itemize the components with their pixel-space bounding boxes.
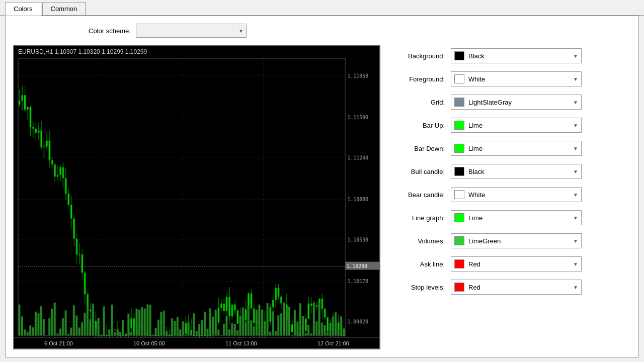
right-panel: Background:Black▼Foreground:White▼Grid:L… (390, 45, 631, 349)
color-row-grid: Grid:LightSlateGray▼ (390, 92, 631, 113)
chart-area: EURUSD,H1 1.10307 1.10320 1.10299 1.1029… (13, 45, 380, 349)
color-label-ask-line: Ask line: (390, 260, 451, 268)
color-swatch-background (454, 51, 464, 60)
color-label-line-graph: Line graph: (390, 214, 451, 222)
chart-footer-date-1: 10 Oct 05:00 (133, 340, 165, 346)
color-row-volumes: Volumes:LimeGreen▼ (390, 230, 631, 251)
color-name-background: Black (468, 52, 571, 60)
color-name-volumes: LimeGreen (468, 237, 571, 245)
color-swatch-bear-candle (454, 190, 464, 199)
color-swatch-bar-down (454, 144, 464, 153)
color-name-bear-candle: White (468, 191, 571, 199)
color-name-ask-line: Red (468, 260, 571, 268)
color-arrow-bear-candle: ▼ (573, 192, 578, 198)
chart-canvas (14, 46, 379, 348)
color-dropdown-ask-line[interactable]: Red▼ (451, 256, 582, 272)
color-name-stop-levels: Red (468, 284, 571, 291)
color-arrow-volumes: ▼ (573, 238, 578, 244)
color-arrow-grid: ▼ (573, 100, 578, 105)
color-row-bear-candle: Bear candle:White▼ (390, 184, 631, 205)
color-scheme-select-wrapper (136, 24, 247, 38)
color-arrow-line-graph: ▼ (573, 215, 578, 221)
color-dropdown-volumes[interactable]: LimeGreen▼ (451, 233, 582, 248)
color-dropdown-background[interactable]: Black▼ (451, 48, 582, 63)
color-dropdown-line-graph[interactable]: Lime▼ (451, 210, 582, 225)
color-label-volumes: Volumes: (390, 237, 451, 245)
color-name-bull-candle: Black (468, 168, 571, 175)
main-container: Colors Common Color scheme: EURUSD,H1 1.… (0, 0, 644, 362)
chart-header: EURUSD,H1 1.10307 1.10320 1.10299 1.1029… (14, 46, 151, 57)
color-row-bull-candle: Bull candle:Black▼ (390, 161, 631, 182)
color-name-bar-up: Lime (468, 122, 571, 129)
color-swatch-grid (454, 98, 464, 107)
color-dropdown-bar-up[interactable]: Lime▼ (451, 118, 582, 133)
color-dropdown-foreground[interactable]: White▼ (451, 71, 582, 86)
main-row: EURUSD,H1 1.10307 1.10320 1.10299 1.1029… (13, 45, 631, 349)
color-scheme-select[interactable] (136, 24, 247, 38)
color-row-line-graph: Line graph:Lime▼ (390, 207, 631, 228)
color-swatch-stop-levels (454, 283, 464, 292)
color-arrow-ask-line: ▼ (573, 261, 578, 267)
tab-colors[interactable]: Colors (5, 2, 41, 16)
color-arrow-bar-down: ▼ (573, 146, 578, 151)
color-scheme-label: Color scheme: (89, 27, 131, 35)
color-dropdown-bull-candle[interactable]: Black▼ (451, 164, 582, 179)
color-row-ask-line: Ask line:Red▼ (390, 253, 631, 275)
color-label-grid: Grid: (390, 99, 451, 106)
chart-footer-date-3: 12 Oct 21:00 (317, 340, 349, 346)
color-swatch-foreground (454, 74, 464, 83)
color-scheme-row: Color scheme: (89, 24, 631, 38)
color-label-bar-up: Bar Up: (390, 122, 451, 129)
color-arrow-bull-candle: ▼ (573, 169, 578, 174)
color-name-line-graph: Lime (468, 214, 571, 222)
color-label-stop-levels: Stop levels: (390, 284, 451, 291)
color-arrow-foreground: ▼ (573, 76, 578, 82)
color-arrow-bar-up: ▼ (573, 123, 578, 128)
color-label-foreground: Foreground: (390, 75, 451, 83)
color-dropdown-bear-candle[interactable]: White▼ (451, 187, 582, 202)
color-swatch-ask-line (454, 259, 464, 268)
color-swatch-line-graph (454, 213, 464, 222)
color-swatch-bar-up (454, 121, 464, 130)
color-label-bear-candle: Bear candle: (390, 191, 451, 199)
color-label-bull-candle: Bull candle: (390, 168, 451, 175)
color-row-bar-up: Bar Up:Lime▼ (390, 115, 631, 136)
color-row-foreground: Foreground:White▼ (390, 68, 631, 89)
color-swatch-volumes (454, 236, 464, 245)
color-name-grid: LightSlateGray (468, 99, 571, 106)
color-arrow-stop-levels: ▼ (573, 285, 578, 290)
tab-common[interactable]: Common (42, 2, 86, 15)
tab-bar: Colors Common (0, 0, 644, 16)
color-name-bar-down: Lime (468, 145, 571, 152)
color-label-bar-down: Bar Down: (390, 145, 451, 152)
color-name-foreground: White (468, 75, 571, 83)
chart-footer-date-0: 6 Oct 21:00 (44, 340, 73, 346)
chart-footer-date-2: 11 Oct 13:00 (225, 340, 257, 346)
color-dropdown-bar-down[interactable]: Lime▼ (451, 141, 582, 156)
color-dropdown-grid[interactable]: LightSlateGray▼ (451, 95, 582, 110)
color-swatch-bull-candle (454, 167, 464, 176)
color-row-bar-down: Bar Down:Lime▼ (390, 138, 631, 159)
chart-footer: 6 Oct 21:00 10 Oct 05:00 11 Oct 13:00 12… (14, 337, 379, 348)
color-dropdown-stop-levels[interactable]: Red▼ (451, 280, 582, 295)
color-label-background: Background: (390, 52, 451, 60)
color-row-background: Background:Black▼ (390, 45, 631, 66)
color-arrow-background: ▼ (573, 53, 578, 59)
color-row-stop-levels: Stop levels:Red▼ (390, 277, 631, 298)
content-area: Color scheme: EURUSD,H1 1.10307 1.10320 … (5, 16, 639, 357)
